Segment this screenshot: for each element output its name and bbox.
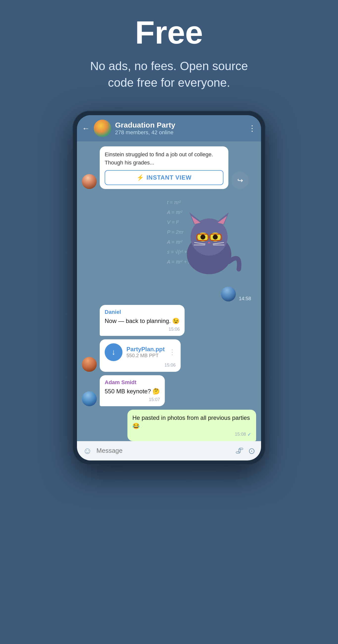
svg-point-8 bbox=[200, 234, 205, 240]
file-message-row: ↓ PartyPlan.ppt 550.2 MB PPT ⋮ 15:06 bbox=[82, 339, 256, 372]
own-message-text: He pasted in photos from all previous pa… bbox=[132, 414, 251, 430]
group-status: 278 members, 42 online bbox=[115, 129, 244, 136]
message-input[interactable] bbox=[96, 447, 231, 454]
own-message-time: 15:08 ✓ bbox=[132, 432, 251, 437]
instant-view-icon: ⚡ bbox=[137, 174, 144, 181]
group-avatar bbox=[94, 120, 111, 137]
back-button[interactable]: ← bbox=[82, 124, 90, 132]
chat-info: Graduation Party 278 members, 42 online bbox=[115, 121, 244, 136]
adam-message-text: 550 MB keynote? 🤔 bbox=[105, 387, 160, 396]
avatar-girl bbox=[82, 174, 97, 189]
adam-bubble: Adam Smidt 550 MB keynote? 🤔 15:07 bbox=[100, 375, 165, 406]
chat-input-bar: ☺ 🖇 ⊙ bbox=[77, 441, 261, 460]
instant-view-button[interactable]: ⚡ INSTANT VIEW bbox=[105, 170, 223, 185]
group-name: Graduation Party bbox=[115, 121, 244, 129]
article-message-row: Einstein struggled to find a job out of … bbox=[82, 146, 256, 189]
file-info: PartyPlan.ppt 550.2 MB PPT bbox=[126, 346, 165, 358]
attachment-button[interactable]: 🖇 bbox=[235, 446, 244, 456]
checkmark-icon: ✓ bbox=[247, 432, 251, 437]
share-icon: ↪ bbox=[237, 176, 243, 184]
sticker-message-area: t = πr² A = πr² V = l² P = 2πr A = πr² s… bbox=[82, 192, 256, 302]
emoji-button[interactable]: ☺ bbox=[83, 446, 92, 456]
sticker-container: t = πr² A = πr² V = l² P = 2πr A = πr² s… bbox=[162, 192, 256, 286]
download-icon: ↓ bbox=[112, 348, 116, 357]
file-row: ↓ PartyPlan.ppt 550.2 MB PPT ⋮ bbox=[105, 343, 176, 361]
camera-button[interactable]: ⊙ bbox=[248, 446, 255, 456]
hero-title: Free bbox=[135, 15, 203, 50]
own-message-row: He pasted in photos from all previous pa… bbox=[82, 410, 256, 441]
adam-message-row: Adam Smidt 550 MB keynote? 🤔 15:07 bbox=[82, 375, 256, 406]
sticker-avatar-row: 14:58 bbox=[221, 286, 254, 302]
sticker-time: 14:58 bbox=[239, 296, 251, 302]
file-download-button[interactable]: ↓ bbox=[105, 343, 122, 361]
avatar-boy3 bbox=[82, 391, 97, 406]
chat-header: ← Graduation Party 278 members, 42 onlin… bbox=[77, 115, 261, 142]
instant-view-label: INSTANT VIEW bbox=[146, 174, 192, 181]
adam-message-time: 15:07 bbox=[105, 397, 160, 402]
avatar-boy2 bbox=[82, 357, 97, 372]
adam-sender-name: Adam Smidt bbox=[105, 379, 160, 386]
chat-menu-button[interactable]: ⋮ bbox=[248, 124, 256, 133]
article-bubble: Einstein struggled to find a job out of … bbox=[100, 146, 228, 189]
file-menu-button[interactable]: ⋮ bbox=[169, 348, 176, 356]
avatar-boy1 bbox=[221, 286, 236, 302]
own-message-bubble: He pasted in photos from all previous pa… bbox=[127, 410, 256, 441]
daniel-message-text: Now — back to planning. 😉 bbox=[105, 317, 180, 325]
cat-sticker bbox=[174, 202, 244, 277]
svg-point-9 bbox=[213, 234, 218, 240]
phone-mockup: ← Graduation Party 278 members, 42 onlin… bbox=[72, 111, 266, 465]
file-size: 550.2 MB PPT bbox=[126, 353, 165, 358]
file-message-time: 15:06 bbox=[105, 362, 176, 368]
daniel-message-row: Daniel Now — back to planning. 😉 15:06 bbox=[82, 305, 256, 336]
share-button[interactable]: ↪ bbox=[231, 172, 249, 189]
file-name: PartyPlan.ppt bbox=[126, 346, 165, 353]
hero-subtitle: No ads, no fees. Open source code free f… bbox=[82, 58, 256, 91]
daniel-message-time: 15:06 bbox=[105, 327, 180, 332]
daniel-sender-name: Daniel bbox=[105, 309, 180, 315]
group-avatar-image bbox=[94, 120, 111, 137]
chat-body: Einstein struggled to find a job out of … bbox=[77, 142, 261, 441]
file-bubble: ↓ PartyPlan.ppt 550.2 MB PPT ⋮ 15:06 bbox=[100, 339, 181, 372]
daniel-bubble: Daniel Now — back to planning. 😉 15:06 bbox=[100, 305, 185, 336]
article-preview-text: Einstein struggled to find a job out of … bbox=[105, 150, 223, 167]
phone-screen: ← Graduation Party 278 members, 42 onlin… bbox=[77, 115, 261, 460]
own-time-value: 15:08 bbox=[235, 432, 246, 437]
